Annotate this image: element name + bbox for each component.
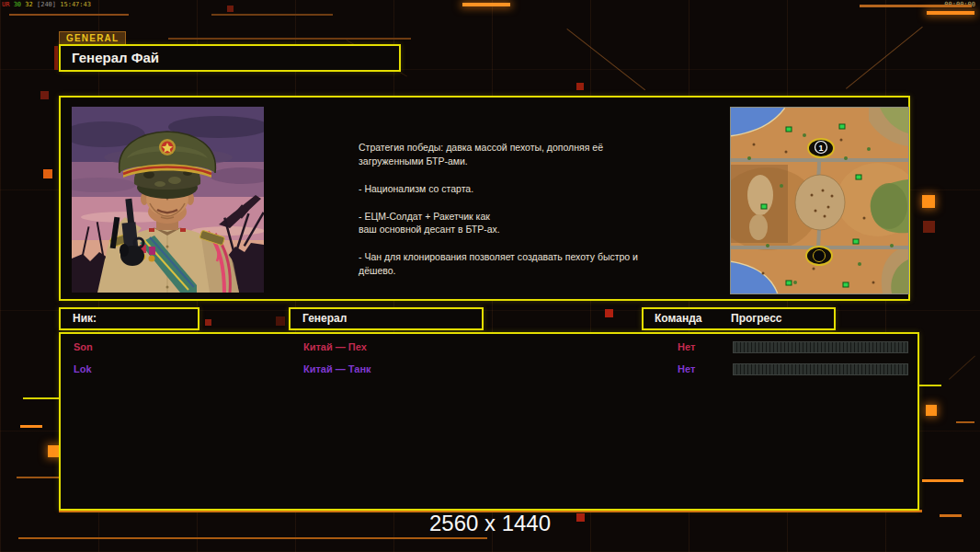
deco-diagonal: [846, 27, 923, 89]
general-name-panel: Генерал Фай: [59, 44, 401, 72]
debug-val3: [240]: [37, 1, 56, 8]
player-team: Нет: [678, 362, 695, 375]
debug-clock: 15:47:43: [60, 1, 91, 8]
deco-line: [462, 3, 510, 6]
debug-code: UR: [2, 1, 9, 8]
column-header-progress-label: Прогресс: [731, 309, 781, 328]
map-preview: 1: [731, 108, 908, 293]
column-header-nick: Ник:: [59, 307, 199, 330]
deco-line: [860, 5, 972, 7]
start-position-2: [806, 247, 832, 265]
deco-square: [43, 169, 52, 178]
deco-square: [40, 91, 49, 99]
general-info-panel: Стратегия победы: давка массой пехоты, д…: [59, 96, 910, 301]
deco-square: [276, 316, 285, 326]
deco-square: [205, 319, 211, 326]
deco-diagonal: [949, 356, 975, 380]
player-nick: Son: [74, 340, 93, 353]
general-fai-portrait-image: [72, 107, 264, 293]
player-general: Китай — Пех: [303, 340, 367, 353]
deco-line: [956, 421, 974, 423]
deco-square: [605, 309, 613, 317]
desert-map-preview-image: 1: [731, 108, 908, 293]
deco-square: [922, 195, 935, 208]
general-name: Генерал Фай: [61, 46, 399, 70]
column-header-general-label: Генерал: [291, 309, 347, 328]
player-roster-panel: Son Китай — Пех Нет Lok Китай — Танк Нет: [59, 332, 919, 511]
deco-line: [23, 397, 62, 399]
deco-line: [211, 14, 333, 16]
deco-line: [18, 537, 487, 539]
player-row[interactable]: Lok Китай — Танк Нет: [61, 360, 917, 380]
debug-val1: 30: [14, 1, 21, 8]
deco-square: [926, 405, 937, 416]
strategy-text: Стратегия победы: давка массой пехоты, д…: [359, 141, 664, 278]
tab-general[interactable]: GENERAL: [59, 31, 126, 45]
debug-readout: UR 30 32 [240] 15:47:43: [2, 1, 91, 9]
deco-diagonal: [566, 29, 645, 90]
deco-square: [923, 221, 935, 233]
player-team: Нет: [678, 340, 695, 353]
player-nick: Lok: [74, 362, 92, 375]
deco-line: [168, 38, 411, 40]
progress-bar: [733, 341, 908, 353]
player-general: Китай — Танк: [303, 362, 371, 375]
column-header-nick-label: Ник:: [61, 309, 97, 328]
column-header-team-progress: Команда Прогресс: [642, 307, 836, 330]
deco-square: [227, 6, 234, 12]
column-header-general: Генерал: [289, 307, 484, 330]
debug-val2: 32: [25, 1, 32, 8]
general-portrait: [72, 107, 264, 293]
deco-line: [9, 14, 129, 16]
progress-bar: [733, 363, 908, 375]
deco-line: [54, 46, 58, 70]
deco-line: [20, 425, 42, 428]
deco-line: [922, 479, 963, 482]
deco-line: [927, 11, 974, 15]
start-position-1: 1: [808, 139, 834, 157]
deco-line: [17, 477, 59, 478]
deco-square: [576, 83, 584, 90]
player-row[interactable]: Son Китай — Пех Нет: [61, 338, 917, 358]
column-header-team-label: Команда: [655, 309, 701, 328]
start-marker-label: 1: [818, 144, 823, 153]
resolution-label: 2560 x 1440: [0, 511, 980, 536]
game-lobby-screen: UR 30 32 [240] 15:47:43 00:00:00 GENERAL…: [0, 0, 980, 552]
